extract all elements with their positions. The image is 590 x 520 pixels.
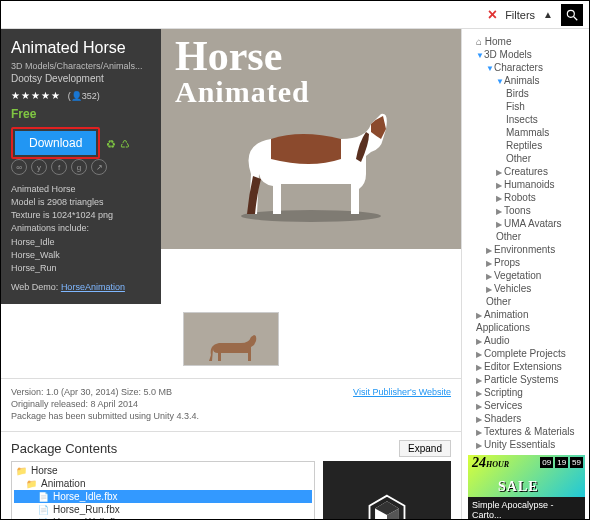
sidebar-item[interactable]: ▶Vegetation	[464, 269, 589, 282]
sidebar-item[interactable]: ▶Shaders	[464, 412, 589, 425]
download-button[interactable]: Download	[15, 131, 96, 155]
sidebar-item[interactable]: ▶Unity Essentials	[464, 438, 589, 451]
sidebar-item[interactable]: ▶Vehicles	[464, 282, 589, 295]
share-google-icon[interactable]: g	[71, 159, 87, 175]
tree-file-selected: Horse_Idle.fbx	[14, 490, 312, 503]
filters-collapse-icon[interactable]: ▲	[543, 9, 553, 20]
sidebar-item[interactable]: ▶Toons	[464, 204, 589, 217]
version-line: Version: 1.0 (Apr 30, 2014) Size: 5.0 MB	[11, 387, 199, 397]
thumbnail-row	[1, 304, 461, 379]
sidebar-item[interactable]: Applications	[464, 321, 589, 334]
preview-image[interactable]: Horse Animated	[161, 29, 461, 249]
share-more-icon[interactable]: ↗	[91, 159, 107, 175]
share-twitter-icon[interactable]: y	[31, 159, 47, 175]
search-button[interactable]	[561, 4, 583, 26]
sidebar-item[interactable]: ▶Particle Systems	[464, 373, 589, 386]
sidebar-item-characters[interactable]: ▼Characters	[464, 61, 589, 74]
publisher-name[interactable]: Dootsy Development	[11, 73, 151, 84]
price-label: Free	[11, 107, 151, 121]
sidebar-item-3d-models[interactable]: ▼3D Models	[464, 48, 589, 61]
star-rating: ★★★★★	[11, 90, 61, 101]
web-demo-link[interactable]: HorseAnimation	[61, 282, 125, 292]
top-bar: × Filters ▲	[1, 1, 589, 29]
tree-folder: Animation	[14, 477, 312, 490]
svg-point-2	[241, 210, 381, 222]
sidebar-item[interactable]: Other	[464, 230, 589, 243]
svg-point-0	[567, 10, 574, 17]
sidebar-item-home[interactable]: Home	[464, 35, 589, 48]
filters-label[interactable]: Filters	[505, 9, 535, 21]
sidebar-item[interactable]: Reptiles	[464, 139, 589, 152]
ratings-count: (👤352)	[68, 91, 100, 101]
sidebar-item[interactable]: Insects	[464, 113, 589, 126]
share-link-icon[interactable]: ∞	[11, 159, 27, 175]
sidebar-item[interactable]: Mammals	[464, 126, 589, 139]
web-demo: Web Demo: HorseAnimation	[11, 282, 151, 292]
preview-title: Horse	[175, 39, 310, 75]
thumbnail[interactable]	[183, 312, 279, 366]
sidebar-item[interactable]: Fish	[464, 100, 589, 113]
tree-folder: Horse	[14, 464, 312, 477]
sidebar-item[interactable]: ▶Humanoids	[464, 178, 589, 191]
sidebar-item[interactable]: ▶Scripting	[464, 386, 589, 399]
sidebar-item[interactable]: Other	[464, 295, 589, 308]
sidebar-item[interactable]: ▶Complete Projects	[464, 347, 589, 360]
expand-button[interactable]: Expand	[399, 440, 451, 457]
asset-title: Animated Horse	[11, 39, 151, 57]
breadcrumb[interactable]: 3D Models/Characters/Animals...	[11, 61, 151, 71]
tree-file: Horse_Run.fbx	[14, 503, 312, 516]
countdown-timer: 091959	[540, 457, 583, 468]
sidebar-item[interactable]: ▶UMA Avatars	[464, 217, 589, 230]
share-facebook-icon[interactable]: f	[51, 159, 67, 175]
tree-file: Horse_Walk.fbx	[14, 516, 312, 519]
submitted-line: Package has been submitted using Unity 4…	[11, 411, 199, 421]
sidebar-item[interactable]: ▶Creatures	[464, 165, 589, 178]
category-sidebar: Home ▼3D Models ▼Characters ▼Animals Bir…	[461, 29, 589, 519]
sidebar-item[interactable]: ▶Environments	[464, 243, 589, 256]
sidebar-item[interactable]: Other	[464, 152, 589, 165]
sidebar-item[interactable]: ▶Robots	[464, 191, 589, 204]
release-date: Originally released: 8 April 2014	[11, 399, 199, 409]
asset-info-panel: Animated Horse 3D Models/Characters/Anim…	[1, 29, 161, 304]
sidebar-item-animals[interactable]: ▼Animals	[464, 74, 589, 87]
sidebar-item[interactable]: Birds	[464, 87, 589, 100]
svg-line-1	[574, 16, 578, 20]
asset-description: Animated Horse Model is 2908 triangles T…	[11, 183, 151, 274]
package-preview	[323, 461, 451, 519]
search-icon	[565, 8, 579, 22]
sidebar-item[interactable]: ▶Animation	[464, 308, 589, 321]
main-content: Animated Horse 3D Models/Characters/Anim…	[1, 29, 461, 519]
sidebar-item[interactable]: ▶Services	[464, 399, 589, 412]
publisher-website-link[interactable]: Visit Publisher's Website	[353, 387, 451, 397]
sidebar-item[interactable]: ▶Audio	[464, 334, 589, 347]
sidebar-item[interactable]: ▶Props	[464, 256, 589, 269]
package-contents-header: Package Contents	[11, 441, 117, 456]
preview-subtitle: Animated	[175, 79, 310, 105]
promo-title: Simple Apocalypse - Carto...	[468, 497, 585, 519]
promo-card[interactable]: 24HOUR SALE 091959 Simple Apocalypse - C…	[468, 455, 585, 519]
eco-icons: ♻♺	[106, 138, 130, 151]
package-tree[interactable]: Horse Animation Horse_Idle.fbx Horse_Run…	[11, 461, 315, 519]
close-icon[interactable]: ×	[488, 6, 497, 24]
sidebar-item[interactable]: ▶Textures & Materials	[464, 425, 589, 438]
meta-section: Version: 1.0 (Apr 30, 2014) Size: 5.0 MB…	[1, 379, 461, 432]
sidebar-item[interactable]: ▶Editor Extensions	[464, 360, 589, 373]
promo-banner: 24HOUR SALE 091959	[468, 455, 585, 497]
unity-logo-icon	[364, 492, 410, 519]
download-highlight: Download	[11, 127, 100, 159]
